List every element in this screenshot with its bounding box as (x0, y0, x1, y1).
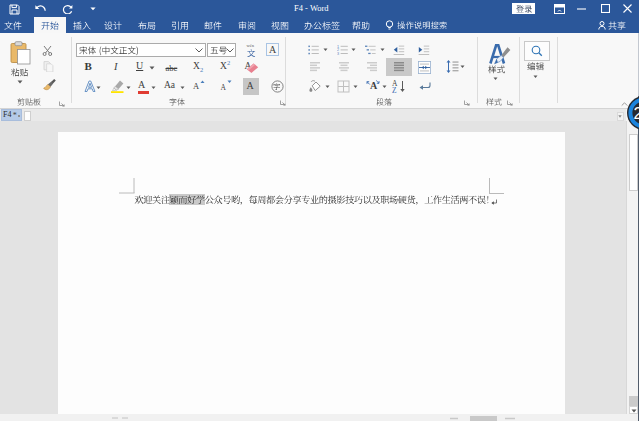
svg-text:2: 2 (633, 104, 639, 122)
svg-text:3: 3 (337, 52, 339, 55)
